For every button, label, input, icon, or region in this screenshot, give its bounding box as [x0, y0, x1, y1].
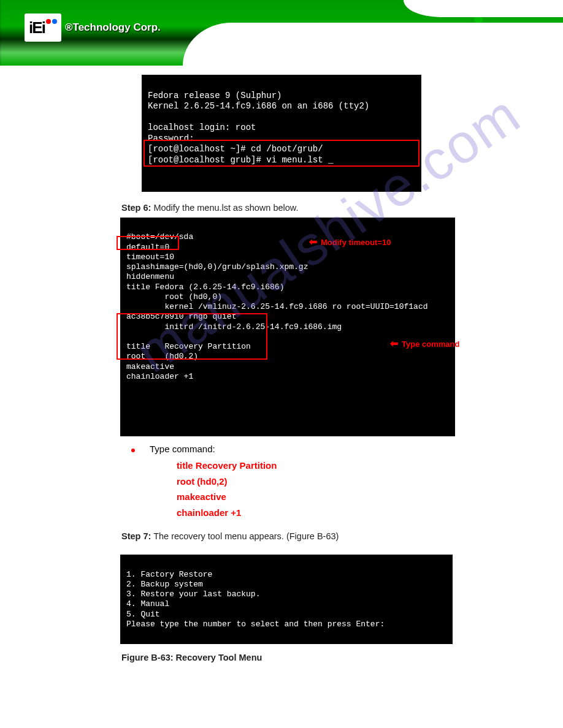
- recovery-menu-line: 1. Factory Restore: [126, 570, 212, 579]
- recovery-menu-line: Please type the number to select and the…: [126, 620, 385, 629]
- terminal-recovery-menu: 1. Factory Restore 2. Backup system 3. R…: [120, 555, 453, 644]
- recovery-menu-line: 5. Quit: [126, 610, 160, 619]
- logo-dot-blue: [52, 19, 57, 24]
- terminal-login-line: Fedora release 9 (Sulphur): [148, 91, 282, 100]
- command-line: title Recovery Partition: [177, 458, 277, 474]
- menulst-line: root (hd0,0): [126, 292, 222, 301]
- menulst-line: splashimage=(hd0,0)/grub/splash.xpm.gz: [126, 262, 308, 271]
- step-6-label: Step 6:: [121, 203, 151, 213]
- step-6-text: Modify the menu.lst as shown below.: [153, 203, 298, 213]
- menulst-line: chainloader +1: [126, 372, 193, 381]
- recovery-menu-line: 2. Backup system: [126, 580, 203, 589]
- header-band: iEi ®Technology Corp.: [0, 0, 563, 66]
- terminal-login: Fedora release 9 (Sulphur) Kernel 2.6.25…: [142, 75, 421, 192]
- terminal-login-line: localhost login: root: [148, 123, 256, 132]
- logo-mark: iEi: [25, 13, 61, 42]
- logo-mark-text: iEi: [29, 18, 45, 37]
- command-line: root (hd0,2): [177, 474, 277, 490]
- terminal-login-line: Kernel 2.6.25-14.fc9.i686 on an i686 (tt…: [148, 101, 369, 111]
- command-list: title Recovery Partition root (hd0,2) ma…: [177, 458, 277, 520]
- terminal-menulst: #boot=/dev/sda default=0 timeout=10 spla…: [120, 218, 455, 436]
- brand-logo: iEi ®Technology Corp.: [25, 13, 161, 42]
- command-line: chainloader +1: [177, 505, 277, 521]
- header-curve-bottom: [183, 23, 563, 66]
- step-6: Step 6: Modify the menu.lst as shown bel…: [121, 203, 502, 213]
- menulst-line: title Fedora (2.6.25-14.fc9.i686): [126, 282, 284, 292]
- highlight-box-commands: [144, 140, 419, 167]
- step-7-label: Step 7:: [121, 531, 151, 541]
- step-7-text: The recovery tool menu appears. (Figure …: [153, 531, 339, 541]
- page-content: Fedora release 9 (Sulphur) Kernel 2.6.25…: [0, 66, 563, 692]
- logo-dot-red: [46, 19, 51, 24]
- menulst-line: kernel /vmlinuz-2.6.25-14.fc9.i686 ro ro…: [126, 302, 427, 311]
- step-7: Step 7: The recovery tool menu appears. …: [121, 531, 502, 541]
- menulst-line: makeactive: [126, 362, 174, 371]
- highlight-box-timeout: [117, 236, 179, 250]
- recovery-menu-line: 3. Restore your last backup.: [126, 590, 260, 599]
- menulst-line: hiddenmenu: [126, 272, 174, 281]
- header-curve-top: [404, 0, 563, 17]
- menulst-line: timeout=10: [126, 252, 174, 262]
- highlight-box-recovery-block: [117, 313, 267, 360]
- recovery-menu-line: 4. Manual: [126, 599, 169, 609]
- command-line: makeactive: [177, 489, 277, 505]
- figure-caption: Figure B-63: Recovery Tool Menu: [121, 653, 502, 662]
- bullet-icon: [131, 449, 135, 452]
- annotation-modify-timeout: Modify timeout=10: [309, 236, 391, 248]
- brand-tagline: ®Technology Corp.: [65, 21, 161, 34]
- type-command-label: Type command:: [150, 444, 277, 454]
- type-command-block: Type command: title Recovery Partition r…: [123, 444, 563, 520]
- annotation-type-command: Type command: [390, 338, 459, 350]
